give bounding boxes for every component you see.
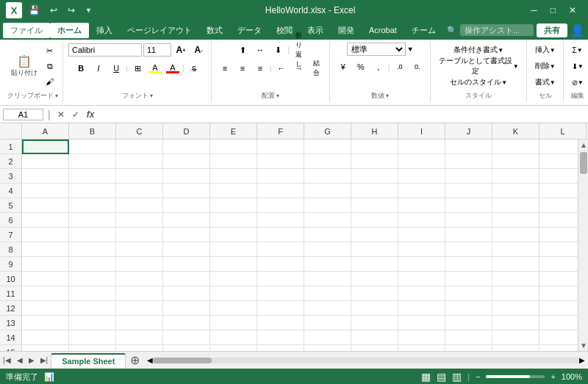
cell-H8[interactable]: [351, 242, 398, 257]
cell-F8[interactable]: [257, 242, 304, 257]
cell-I7[interactable]: [398, 228, 445, 242]
sheet-nav-prev[interactable]: ◀: [14, 355, 26, 366]
cell-I12[interactable]: [398, 301, 445, 316]
cell-K14[interactable]: [492, 330, 539, 345]
cell-B13[interactable]: [69, 316, 116, 330]
cell-I1[interactable]: [398, 140, 445, 154]
cell-G13[interactable]: [304, 316, 351, 330]
cell-F15[interactable]: [257, 345, 304, 351]
cell-B5[interactable]: [69, 198, 116, 213]
cell-L3[interactable]: [539, 169, 578, 184]
col-header-l[interactable]: L: [539, 123, 587, 139]
number-format-select[interactable]: 標準: [347, 43, 406, 56]
cell-J12[interactable]: [445, 301, 492, 316]
menu-formula[interactable]: 数式: [199, 23, 230, 38]
zoom-out-btn[interactable]: −: [476, 372, 480, 381]
underline-button[interactable]: U: [108, 61, 124, 76]
cell-D4[interactable]: [163, 184, 210, 198]
page-break-view-btn[interactable]: ▥: [452, 371, 462, 383]
cell-B9[interactable]: [69, 257, 116, 272]
col-header-e[interactable]: E: [210, 123, 257, 139]
cell-F12[interactable]: [257, 301, 304, 316]
strikethrough-btn[interactable]: S̶: [186, 61, 202, 76]
cell-styles-btn[interactable]: セルのスタイル ▼: [447, 75, 510, 90]
cell-F14[interactable]: [257, 330, 304, 345]
cell-G2[interactable]: [304, 154, 351, 169]
cell-G12[interactable]: [304, 301, 351, 316]
cell-H13[interactable]: [351, 316, 398, 330]
cell-J1[interactable]: [445, 140, 492, 154]
cell-C11[interactable]: [116, 286, 163, 301]
cell-K7[interactable]: [492, 228, 539, 242]
cell-E12[interactable]: [210, 301, 257, 316]
cell-D3[interactable]: [163, 169, 210, 184]
cell-J11[interactable]: [445, 286, 492, 301]
cell-H5[interactable]: [351, 198, 398, 213]
col-header-g[interactable]: G: [304, 123, 351, 139]
cell-K13[interactable]: [492, 316, 539, 330]
cell-I10[interactable]: [398, 272, 445, 286]
cell-C4[interactable]: [116, 184, 163, 198]
col-header-h[interactable]: H: [351, 123, 398, 139]
cell-A4[interactable]: [22, 184, 69, 198]
sheet-nav-first[interactable]: |◀: [0, 355, 14, 366]
cell-E13[interactable]: [210, 316, 257, 330]
cell-G9[interactable]: [304, 257, 351, 272]
cell-C15[interactable]: [116, 345, 163, 351]
cell-D5[interactable]: [163, 198, 210, 213]
cell-G14[interactable]: [304, 330, 351, 345]
cell-A10[interactable]: [22, 272, 69, 286]
cell-J2[interactable]: [445, 154, 492, 169]
add-sheet-btn[interactable]: ⊕: [126, 355, 144, 366]
cell-K4[interactable]: [492, 184, 539, 198]
search-input[interactable]: [460, 24, 534, 36]
cell-C10[interactable]: [116, 272, 163, 286]
cell-J15[interactable]: [445, 345, 492, 351]
h-scrollbar-track[interactable]: [153, 358, 579, 363]
cell-I9[interactable]: [398, 257, 445, 272]
confirm-formula-icon[interactable]: ✓: [70, 109, 82, 120]
menu-team[interactable]: チーム: [404, 23, 443, 38]
cell-L5[interactable]: [539, 198, 578, 213]
share-button[interactable]: 共有: [537, 23, 567, 37]
cell-D14[interactable]: [163, 330, 210, 345]
col-header-b[interactable]: B: [69, 123, 116, 139]
italic-button[interactable]: I: [90, 61, 107, 76]
merge-center-btn[interactable]: 結合: [309, 61, 325, 76]
cell-D1[interactable]: [163, 140, 210, 154]
fill-btn[interactable]: ⬇ ▼: [569, 59, 587, 73]
cell-reference-input[interactable]: [3, 109, 43, 120]
cell-D13[interactable]: [163, 316, 210, 330]
close-btn[interactable]: ✕: [563, 4, 582, 17]
cell-G5[interactable]: [304, 198, 351, 213]
col-header-k[interactable]: K: [492, 123, 539, 139]
conditional-format-btn[interactable]: 条件付き書式 ▼: [451, 43, 506, 57]
undo-btn[interactable]: ↩: [46, 4, 61, 17]
cell-E1[interactable]: [210, 140, 257, 154]
cell-D2[interactable]: [163, 154, 210, 169]
cell-G4[interactable]: [304, 184, 351, 198]
row-num-9[interactable]: 9: [0, 257, 21, 272]
cell-L7[interactable]: [539, 228, 578, 242]
sum-btn[interactable]: Σ ▼: [570, 43, 586, 57]
cell-B15[interactable]: [69, 345, 116, 351]
cell-H10[interactable]: [351, 272, 398, 286]
menu-home[interactable]: ホーム: [50, 23, 89, 38]
zoom-slider[interactable]: [486, 375, 545, 378]
menu-insert[interactable]: 挿入: [89, 23, 120, 38]
save-quick-btn[interactable]: 💾: [25, 4, 43, 17]
align-right-btn[interactable]: ≡: [252, 61, 268, 76]
cell-A13[interactable]: [22, 316, 69, 330]
restore-btn[interactable]: □: [545, 4, 562, 17]
redo-btn[interactable]: ↪: [64, 4, 79, 17]
cell-C3[interactable]: [116, 169, 163, 184]
cell-L1[interactable]: [539, 140, 578, 154]
cell-A7[interactable]: [22, 228, 69, 242]
scroll-down-btn[interactable]: ▼: [578, 340, 588, 351]
cell-C8[interactable]: [116, 242, 163, 257]
row-num-10[interactable]: 10: [0, 272, 21, 286]
cell-A2[interactable]: [22, 154, 69, 169]
cell-C7[interactable]: [116, 228, 163, 242]
cell-L4[interactable]: [539, 184, 578, 198]
cell-I5[interactable]: [398, 198, 445, 213]
